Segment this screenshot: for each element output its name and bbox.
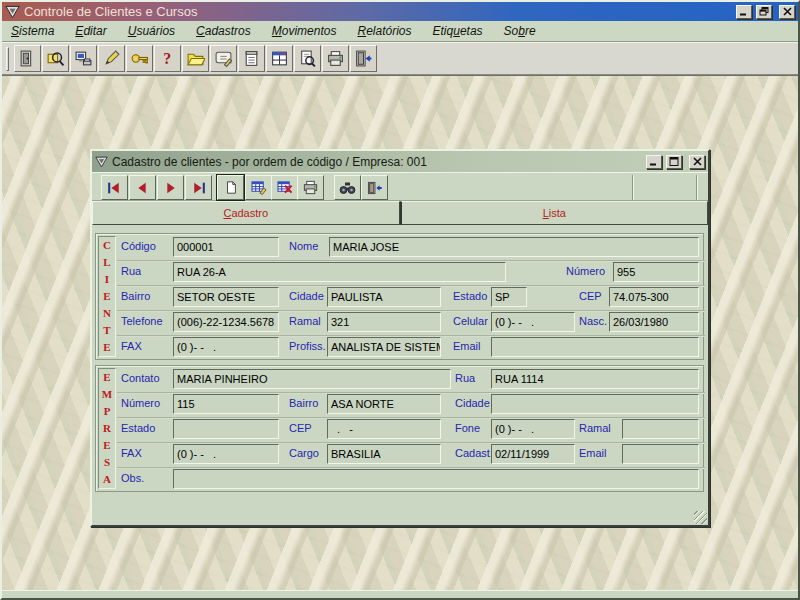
estado-input[interactable]: SP — [491, 287, 527, 307]
cargo-input[interactable]: BRASILIA — [327, 444, 441, 464]
field-row: FAX (0 )- - . Profiss. ANALISTA DE SISTE… — [118, 335, 704, 360]
menu-item-editar[interactable]: Editar — [75, 24, 106, 38]
empresa-fax-label: FAX — [121, 448, 142, 459]
last-record-icon — [190, 181, 207, 195]
printer-icon — [326, 49, 345, 68]
empresa-numero-input[interactable]: 115 — [173, 394, 279, 414]
close-form-button[interactable] — [361, 175, 388, 200]
toolbar-help-button[interactable]: ? — [154, 45, 181, 72]
ramal-input[interactable]: 321 — [327, 312, 441, 332]
field-row: Número 115 Bairro ASA NORTE Cidade — [118, 392, 704, 417]
delete-record-button[interactable] — [271, 175, 298, 200]
cidade-input[interactable]: PAULISTA — [327, 287, 441, 307]
restore-button[interactable] — [756, 5, 772, 19]
codigo-input[interactable]: 000001 — [173, 237, 279, 257]
fone-input[interactable]: (0 )- - . — [491, 419, 575, 439]
new-record-button[interactable] — [217, 175, 244, 200]
cliente-vertical-label: C L I E N T E — [98, 236, 116, 357]
empresa-numero-label: Número — [121, 398, 160, 409]
tab-lista[interactable]: Lista — [400, 201, 709, 225]
toolbar-folder-button[interactable] — [182, 45, 209, 72]
menu-item-movimentos[interactable]: Movimentos — [272, 24, 337, 38]
minimize-icon — [739, 7, 749, 16]
empresa-bairro-label: Bairro — [289, 398, 318, 409]
toolbar-key-button[interactable] — [126, 45, 153, 72]
codigo-label: Código — [121, 241, 156, 252]
strip-letter: I — [105, 274, 109, 285]
profissao-input[interactable]: ANALISTA DE SISTEMAS — [327, 337, 441, 357]
toolbar-search-button[interactable] — [42, 45, 69, 72]
menu-item-relatorios[interactable]: Relatórios — [357, 24, 411, 38]
close-button[interactable] — [779, 5, 795, 19]
minimize-button[interactable] — [736, 5, 752, 19]
child-minimize-button[interactable] — [646, 155, 662, 169]
toolbar-logout-button[interactable] — [350, 45, 377, 72]
telefone-input[interactable]: (006)-22-1234.5678 — [173, 312, 279, 332]
empresa-estado-input[interactable] — [173, 419, 279, 439]
strip-letter: R — [103, 423, 111, 434]
child-close-button[interactable] — [689, 155, 705, 169]
empresa-cidade-input[interactable] — [491, 394, 699, 414]
empresa-rua-input[interactable]: RUA 1114 — [491, 369, 699, 389]
form-body: C L I E N T E Código 000001 Nome MARIA J… — [92, 225, 708, 525]
cep-input[interactable]: 74.075-300 — [609, 287, 699, 307]
cadastro-data-input[interactable]: 02/11/1999 — [491, 444, 575, 464]
next-record-button[interactable] — [157, 175, 184, 200]
toolbar-workstation-button[interactable] — [70, 45, 97, 72]
menu-item-etiquetas[interactable]: Etiquetas — [433, 24, 483, 38]
edit-record-button[interactable] — [245, 175, 272, 200]
help-icon: ? — [158, 49, 177, 68]
empresa-cep-input[interactable]: . - — [327, 419, 441, 439]
nascimento-input[interactable]: 26/03/1980 — [609, 312, 699, 332]
toolbar-print-button[interactable] — [322, 45, 349, 72]
close-icon — [783, 7, 792, 16]
empresa-fax-input[interactable]: (0 )- - . — [173, 444, 279, 464]
menu-item-sistema[interactable]: Sistema — [11, 24, 54, 38]
toolbar-exit-door-button[interactable] — [14, 45, 41, 72]
empresa-cep-label: CEP — [289, 423, 312, 434]
strip-letter: E — [103, 440, 110, 451]
estado-label: Estado — [453, 291, 487, 302]
profissao-label: Profiss. — [289, 341, 326, 352]
first-record-button[interactable] — [101, 175, 128, 200]
tab-cadastro[interactable]: Cadastro — [92, 201, 400, 225]
menu-item-cadastros[interactable]: Cadastros — [196, 24, 251, 38]
contato-input[interactable]: MARIA PINHEIRO — [173, 369, 451, 389]
bairro-input[interactable]: SETOR OESTE — [173, 287, 279, 307]
empresa-ramal-input[interactable] — [622, 419, 699, 439]
tab-label: Lista — [543, 207, 566, 219]
prior-record-button[interactable] — [129, 175, 156, 200]
telefone-label: Telefone — [121, 316, 163, 327]
window-titlebar[interactable]: Controle de Clientes e Cursos — [2, 2, 798, 21]
toolbar-edit-pen-button[interactable] — [98, 45, 125, 72]
numero-input[interactable]: 955 — [613, 262, 699, 282]
empresa-bairro-input[interactable]: ASA NORTE — [327, 394, 441, 414]
email-input[interactable] — [491, 337, 699, 357]
rua-input[interactable]: RUA 26-A — [173, 262, 506, 282]
resize-grip[interactable] — [694, 511, 707, 524]
last-record-button[interactable] — [185, 175, 212, 200]
obs-label: Obs. — [121, 473, 144, 484]
nome-input[interactable]: MARIA JOSE — [329, 237, 699, 257]
child-maximize-button[interactable] — [666, 155, 682, 169]
menu-item-sobre[interactable]: Sobre — [504, 24, 536, 38]
fax-input[interactable]: (0 )- - . — [173, 337, 279, 357]
child-titlebar[interactable]: Cadastro de clientes - por ordem de códi… — [92, 151, 708, 172]
form-table-icon — [270, 49, 289, 68]
toolbar-notepad-button[interactable] — [238, 45, 265, 72]
menu-item-usuarios[interactable]: Usuários — [128, 24, 175, 38]
toolbar-print-preview-button[interactable] — [294, 45, 321, 72]
rua-label: Rua — [121, 266, 141, 277]
record-toolbar — [92, 172, 708, 201]
toolbar-form-table-button[interactable] — [266, 45, 293, 72]
obs-input[interactable] — [173, 469, 699, 489]
find-button[interactable] — [334, 175, 361, 200]
toolbar-notes-button[interactable] — [210, 45, 237, 72]
celular-input[interactable]: (0 )- - . — [491, 312, 575, 332]
strip-letter: E — [103, 291, 110, 302]
window-bottom-edge — [2, 590, 798, 598]
empresa-email-input[interactable] — [622, 444, 699, 464]
strip-letter: M — [102, 389, 112, 400]
print-record-button[interactable] — [297, 175, 324, 200]
toolbar-grip[interactable] — [6, 47, 9, 71]
